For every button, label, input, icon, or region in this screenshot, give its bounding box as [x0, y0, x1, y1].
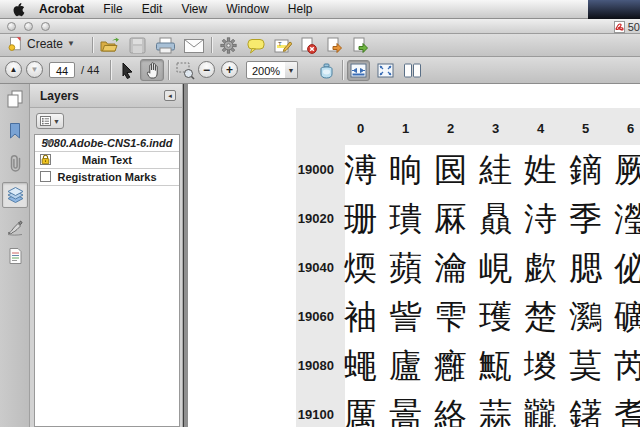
panel-collapse-button[interactable]: ◂ — [164, 90, 176, 101]
layer-list: 5080.Adobe-CNS1-6.indd Main TextRegistra… — [34, 134, 180, 427]
layer-row[interactable]: Main Text — [35, 152, 179, 169]
hand-tool-button[interactable] — [140, 59, 164, 81]
column-header: 2 — [428, 116, 473, 142]
save-file-button[interactable] — [126, 36, 148, 55]
paperclip-icon — [8, 154, 23, 173]
menu-item-file[interactable]: File — [103, 2, 122, 16]
cid-glyph: 廬 — [383, 342, 428, 390]
cid-glyph: 珊 — [338, 195, 383, 243]
comment-button[interactable] — [244, 36, 267, 55]
zoom-dropdown-button[interactable]: ▼ — [285, 61, 298, 79]
layer-name: Main Text — [82, 154, 132, 166]
extract-pages-button[interactable] — [323, 36, 346, 55]
cid-glyph: 鸂 — [563, 293, 608, 341]
layer-options-button[interactable]: ▼ — [36, 113, 64, 129]
cid-glyph: 芮 — [608, 342, 640, 390]
tree-expand-icon[interactable] — [45, 140, 53, 146]
cid-glyph: 厲 — [338, 391, 383, 427]
apple-menu-icon[interactable] — [12, 2, 25, 17]
chevron-down-icon: ▼ — [67, 39, 75, 48]
next-page-button[interactable]: ▼ — [26, 61, 43, 78]
cid-glyph: 晌 — [383, 146, 428, 194]
toolbar-separator — [92, 37, 93, 53]
hand-tool-icon — [144, 61, 161, 79]
zoom-out-button[interactable]: − — [198, 61, 215, 78]
marquee-zoom-button[interactable] — [173, 60, 197, 81]
ink-bottle-button[interactable] — [314, 60, 338, 81]
signatures-panel-button[interactable] — [2, 214, 28, 240]
two-page-view-button[interactable] — [400, 60, 425, 81]
close-button[interactable] — [7, 22, 16, 31]
layer-visibility-checkbox[interactable] — [40, 171, 51, 182]
fit-width-button[interactable] — [347, 60, 370, 81]
cid-glyph: 厥 — [608, 146, 640, 194]
bookmarks-panel-button[interactable] — [2, 118, 28, 144]
cid-glyph: 礦 — [608, 293, 640, 341]
cid-glyph: 雫 — [428, 293, 473, 341]
previous-page-button[interactable]: ▲ — [5, 61, 22, 78]
print-button[interactable] — [153, 36, 177, 55]
minimize-button[interactable] — [24, 22, 33, 31]
zoom-level-input[interactable]: 200% — [246, 61, 286, 79]
up-arrow-icon: ▲ — [10, 66, 18, 74]
menu-item-help[interactable]: Help — [288, 2, 313, 16]
page-thumbnails-panel-button[interactable] — [2, 86, 28, 112]
layer-lock-checkbox[interactable] — [40, 154, 51, 165]
column-header: 4 — [518, 116, 563, 142]
fit-page-icon — [377, 63, 394, 78]
export-button[interactable] — [349, 36, 372, 55]
row-label: 19040 — [288, 244, 340, 292]
row-label: 19020 — [288, 195, 340, 243]
layer-root-label: 5080.Adobe-CNS1-6.indd — [42, 137, 173, 149]
layers-panel-header: Layers ◂ — [30, 84, 182, 108]
layer-tree-root[interactable]: 5080.Adobe-CNS1-6.indd — [35, 135, 179, 152]
fit-page-button[interactable] — [374, 60, 397, 81]
window-title-bar[interactable]: 50 — [0, 19, 640, 34]
tools-button[interactable] — [217, 36, 240, 55]
plus-icon: + — [226, 64, 233, 76]
highlight-markup-button[interactable]: T — [271, 36, 294, 55]
pdf-file-icon — [614, 21, 625, 33]
column-header: 6 — [608, 116, 640, 142]
menu-item-view[interactable]: View — [181, 2, 207, 16]
envelope-icon — [184, 39, 204, 53]
cid-glyph: 洔 — [518, 195, 563, 243]
menu-item-edit[interactable]: Edit — [142, 2, 163, 16]
cid-glyph: 蠅 — [338, 342, 383, 390]
lock-icon — [41, 154, 50, 165]
svg-text:T: T — [278, 40, 282, 46]
zoom-in-button[interactable]: + — [221, 61, 238, 78]
layers-panel-button[interactable] — [2, 182, 28, 208]
create-button[interactable]: Create ▼ — [0, 34, 82, 53]
menu-item-window[interactable]: Window — [226, 2, 269, 16]
page-thumbnails-icon — [6, 90, 24, 109]
layer-row[interactable]: Registration Marks — [35, 169, 179, 186]
page-number-input[interactable]: 44 — [49, 62, 75, 78]
minus-icon: − — [203, 64, 210, 76]
content-panel-button[interactable] — [2, 243, 28, 269]
comment-bubble-icon — [247, 38, 265, 54]
content-page-icon — [8, 247, 23, 265]
printer-icon — [155, 37, 176, 54]
create-button-label: Create — [27, 37, 63, 51]
attachments-panel-button[interactable] — [2, 150, 28, 176]
zoom-window-button[interactable] — [41, 22, 50, 31]
cid-glyph: 煗 — [338, 244, 383, 292]
cid-glyph: 佖 — [608, 244, 640, 292]
select-tool-button[interactable] — [116, 60, 138, 81]
delete-pages-button[interactable] — [297, 36, 320, 55]
options-list-icon — [40, 116, 51, 126]
cid-glyph: 楚 — [518, 293, 563, 341]
open-file-button[interactable] — [97, 36, 121, 55]
cid-glyph: 季 — [563, 195, 608, 243]
window-title-text: 50 — [628, 21, 640, 33]
email-button[interactable] — [181, 36, 206, 55]
toolbar-separator — [110, 60, 111, 80]
menu-item-acrobat[interactable]: Acrobat — [39, 2, 84, 16]
menu-bar-dark-corner — [588, 0, 640, 19]
row-label: 19060 — [288, 293, 340, 341]
layer-name: Registration Marks — [57, 171, 156, 183]
two-page-icon — [403, 63, 422, 78]
cid-glyph: 鐯 — [563, 391, 608, 427]
document-area: 0123456 19000溥晌囻絓姓鏑厥19020珊璝厤贔洔季瀅19040煗蘋瀹… — [188, 84, 640, 427]
